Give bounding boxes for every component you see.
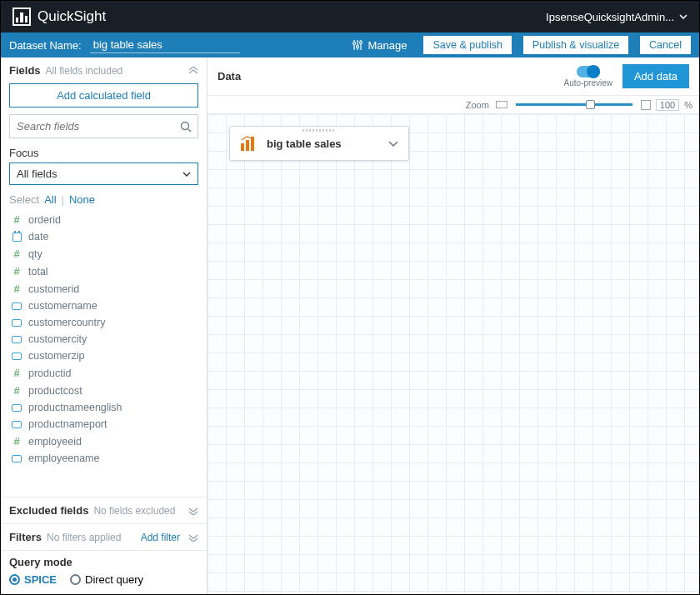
number-type-icon: # [11,282,22,295]
string-type-icon [11,421,22,428]
chevron-down-icon [182,172,191,177]
string-type-icon [11,302,22,310]
zoom-fit-icon[interactable] [496,101,508,108]
expand-excluded-icon[interactable] [188,507,198,515]
dataset-node[interactable]: big table sales [229,126,409,161]
expand-filters-icon[interactable] [188,533,198,542]
search-fields-input[interactable] [9,114,198,138]
excluded-subtitle: No fields excluded [93,505,175,517]
number-type-icon: # [11,384,22,397]
select-none-link[interactable]: None [69,193,95,206]
dataset-node-label: big table sales [267,138,380,150]
add-calculated-field-button[interactable]: Add calculated field [9,83,198,108]
field-item[interactable]: date [9,228,198,245]
svg-point-6 [182,122,189,129]
dataset-name-label: Dataset Name: [9,39,82,52]
spice-label: SPICE [24,573,57,586]
field-item[interactable]: customerzip [9,348,198,364]
svg-rect-8 [241,143,244,151]
field-item[interactable]: #productcost [9,382,198,399]
field-name: total [28,266,48,278]
auto-preview-toggle[interactable] [577,66,600,78]
svg-line-7 [188,129,191,132]
field-item[interactable]: #employeeid [9,432,198,450]
cancel-button[interactable]: Cancel [640,36,691,54]
chevron-down-icon[interactable] [388,141,398,147]
zoom-percent-value: 100 [656,99,679,111]
field-name: customername [28,300,98,312]
direct-query-label: Direct query [85,573,143,586]
field-item[interactable]: #total [9,262,198,280]
field-name: customerzip [28,350,84,362]
quicksight-logo-icon [12,8,31,26]
field-name: customercity [28,333,87,345]
brand-name: QuickSight [38,8,106,25]
field-name: employeename [28,452,99,464]
field-name: productcost [28,385,82,397]
date-type-icon [11,232,22,242]
field-name: productid [28,368,71,379]
field-item[interactable]: #orderid [9,211,198,228]
number-type-icon: # [11,248,22,260]
add-filter-link[interactable]: Add filter [141,532,180,543]
user-name: IpsenseQuicksightAdmin... [546,11,674,23]
svg-rect-9 [246,140,249,151]
field-name: date [28,231,48,242]
auto-preview-label: Auto-preview [564,78,612,88]
field-item[interactable]: productnameport [9,416,198,432]
query-mode-direct-radio[interactable]: Direct query [70,573,143,586]
add-data-button[interactable]: Add data [622,64,689,88]
field-item[interactable]: customercountry [9,314,198,331]
search-icon [180,121,192,132]
chevron-down-icon [679,14,688,19]
svg-point-1 [353,42,356,45]
save-publish-button[interactable]: Save & publish [423,36,511,54]
table-icon [240,135,258,152]
focus-select[interactable]: All fields [9,162,198,185]
manage-label: Manage [368,39,407,52]
svg-point-3 [357,46,359,48]
field-name: productnameport [28,418,108,430]
string-type-icon [11,455,22,462]
string-type-icon [11,336,22,343]
field-item[interactable]: customercity [9,331,198,348]
field-item[interactable]: customername [9,298,198,314]
field-name: productnameenglish [28,402,122,413]
zoom-label: Zoom [466,100,489,110]
collapse-fields-icon[interactable] [188,67,198,75]
filters-title: Filters [9,531,42,543]
zoom-max-icon[interactable] [641,100,651,110]
string-type-icon [11,319,22,327]
select-all-link[interactable]: All [44,193,56,206]
field-name: customercountry [28,317,105,328]
field-item[interactable]: #productid [9,364,198,382]
data-title: Data [218,70,241,82]
divider: | [62,193,64,206]
radio-off-icon [70,574,81,585]
zoom-slider[interactable] [516,103,632,106]
field-name: qty [28,248,42,260]
query-mode-spice-radio[interactable]: SPICE [9,573,57,586]
string-type-icon [11,404,22,412]
user-menu[interactable]: IpsenseQuicksightAdmin... [546,11,688,23]
excluded-title: Excluded fields [9,504,88,517]
field-item[interactable]: #customerid [9,280,198,298]
field-item[interactable]: #qty [9,245,198,262]
filters-subtitle: No filters applied [47,532,121,543]
zoom-slider-handle[interactable] [586,100,595,109]
manage-button[interactable]: Manage [352,39,407,52]
select-label: Select [9,193,39,206]
number-type-icon: # [11,213,22,226]
publish-visualize-button[interactable]: Publish & visualize [523,36,628,54]
query-mode-title: Query mode [9,556,198,568]
dataset-name-input[interactable] [90,37,240,53]
radio-on-icon [9,574,20,585]
focus-value: All fields [17,168,57,180]
field-item[interactable]: employeename [9,450,198,467]
grip-icon [302,129,336,132]
number-type-icon: # [11,435,22,448]
zoom-percent-unit: % [684,100,692,110]
field-item[interactable]: productnameenglish [9,399,198,416]
focus-label: Focus [9,147,198,159]
number-type-icon: # [11,265,22,278]
